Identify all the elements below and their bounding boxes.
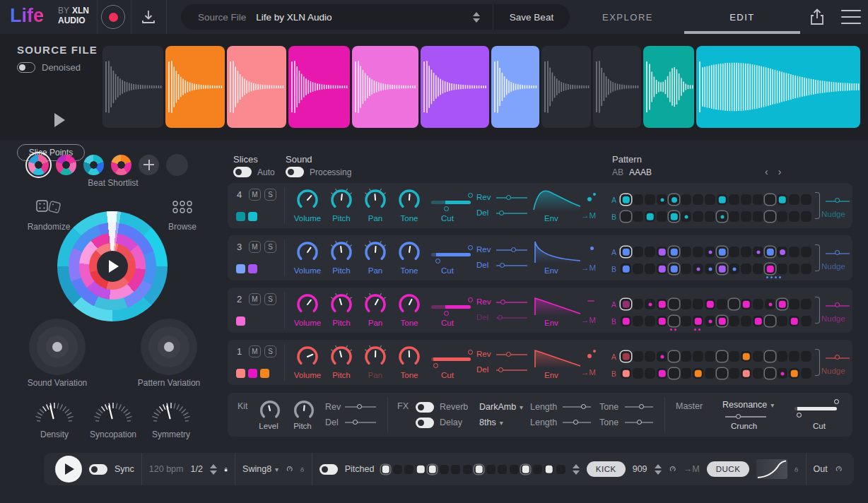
step-cell[interactable] — [753, 299, 763, 309]
waveform-slice-3[interactable] — [227, 46, 286, 128]
master-cut-slider[interactable] — [794, 407, 837, 410]
step-cell[interactable] — [669, 299, 679, 309]
source-file-selector[interactable]: Source File Life by XLN Audio Save Beat — [181, 4, 570, 30]
save-beat-button[interactable]: Save Beat — [493, 12, 570, 23]
menu-button[interactable] — [841, 10, 861, 24]
step-cell[interactable] — [463, 465, 472, 474]
volume-knob[interactable] — [293, 239, 322, 266]
step-cell[interactable] — [765, 316, 775, 326]
tone-knob[interactable] — [395, 343, 423, 370]
tone-knob[interactable] — [395, 187, 423, 213]
rev-send-slider[interactable] — [496, 249, 527, 251]
kit-spinner[interactable] — [655, 464, 662, 475]
step-cell[interactable] — [777, 351, 787, 362]
fx-length-slider-1[interactable] — [563, 406, 591, 408]
step-cell[interactable] — [777, 316, 787, 326]
step-cell[interactable] — [669, 368, 679, 379]
waveform-slice-8[interactable] — [541, 46, 591, 128]
cut-handle-low[interactable] — [444, 311, 449, 316]
step-cell[interactable] — [669, 351, 679, 362]
rate-value[interactable]: 1/2 — [190, 464, 202, 474]
swing-knob[interactable] — [286, 458, 293, 480]
cut-slider[interactable] — [431, 253, 471, 256]
master-cut-handle-low[interactable] — [797, 413, 802, 418]
cut-handle-high[interactable] — [468, 350, 473, 355]
step-cell[interactable] — [705, 264, 715, 274]
step-cell[interactable] — [498, 465, 507, 474]
cut-handle-low[interactable] — [435, 259, 440, 264]
out-knob[interactable] — [835, 458, 843, 480]
shortlist-beat-3[interactable] — [83, 155, 104, 175]
volume-knob[interactable] — [293, 187, 322, 213]
reverb-toggle[interactable] — [416, 402, 434, 413]
step-cell[interactable] — [705, 368, 715, 379]
master-cut-handle-high[interactable] — [834, 399, 839, 404]
step-cell[interactable] — [657, 299, 667, 309]
del-send-slider[interactable] — [496, 265, 527, 266]
step-cell[interactable] — [801, 368, 811, 379]
fx-length-slider-2[interactable] — [563, 422, 591, 423]
step-cell[interactable] — [669, 194, 679, 205]
step-cell[interactable] — [729, 368, 739, 379]
nudge-handle[interactable] — [835, 355, 840, 360]
step-cell[interactable] — [621, 194, 631, 205]
download-button[interactable] — [140, 8, 157, 25]
rev-send-handle[interactable] — [511, 247, 516, 252]
duck-curve-display[interactable] — [756, 459, 787, 479]
solo-button[interactable]: S — [264, 241, 276, 253]
crunch-slider-handle[interactable] — [736, 414, 741, 419]
step-cell[interactable] — [789, 316, 799, 326]
step-cell[interactable] — [801, 194, 811, 205]
step-cell[interactable] — [633, 194, 643, 205]
kit-number[interactable]: 909 — [633, 464, 647, 474]
step-cell[interactable] — [717, 299, 727, 309]
shortlist-empty-slot[interactable] — [166, 154, 188, 176]
step-cell[interactable] — [681, 368, 691, 379]
step-cell[interactable] — [729, 299, 739, 309]
step-cell[interactable] — [717, 247, 727, 257]
step-cell[interactable] — [741, 351, 751, 362]
mute-button[interactable]: M — [249, 241, 261, 253]
pattern-variation-handle[interactable] — [164, 342, 174, 352]
tone-knob[interactable] — [395, 239, 423, 266]
solo-button[interactable]: S — [264, 189, 276, 201]
step-cell[interactable] — [693, 299, 703, 309]
density-dial[interactable]: Density — [29, 396, 80, 439]
step-cell[interactable] — [741, 299, 751, 309]
waveform-slice-11[interactable] — [696, 46, 860, 128]
step-cell[interactable] — [705, 316, 715, 326]
cut-handle-low[interactable] — [444, 206, 449, 211]
tone-knob[interactable] — [395, 291, 423, 318]
step-cell[interactable] — [801, 211, 811, 222]
kit-del-slider-handle[interactable] — [353, 420, 358, 425]
step-cell[interactable] — [729, 247, 739, 257]
export-button[interactable] — [808, 8, 826, 26]
step-cell[interactable] — [645, 368, 655, 379]
denoised-toggle[interactable] — [17, 62, 35, 73]
step-cell[interactable] — [789, 211, 799, 222]
tab-explore[interactable]: EXPLORE — [571, 0, 684, 34]
step-cell[interactable] — [645, 299, 655, 309]
step-cell[interactable] — [765, 247, 775, 257]
rev-send-handle[interactable] — [500, 300, 505, 304]
step-cell[interactable] — [717, 316, 727, 326]
step-cell[interactable] — [741, 194, 751, 205]
rate-spinner[interactable] — [210, 464, 217, 475]
cut-slider[interactable] — [431, 357, 471, 361]
delay-rate-select[interactable]: 8ths▾ — [479, 418, 503, 427]
step-cell[interactable] — [753, 368, 763, 379]
step-cell[interactable] — [765, 368, 775, 379]
duck-lock-icon-open[interactable] — [794, 463, 798, 475]
step-cell[interactable] — [693, 194, 703, 205]
step-cell[interactable] — [393, 465, 402, 474]
step-cell[interactable] — [705, 351, 715, 362]
pattern-prev-button[interactable]: ‹ — [765, 166, 778, 177]
step-cell[interactable] — [741, 316, 751, 326]
nudge-handle[interactable] — [835, 198, 840, 203]
source-file-spinner[interactable] — [473, 12, 480, 23]
beat-wheel[interactable] — [57, 211, 168, 321]
pattern-sequence-value[interactable]: AAAB — [629, 167, 652, 177]
step-cell[interactable] — [645, 194, 655, 205]
step-cell[interactable] — [621, 211, 631, 222]
step-cell[interactable] — [669, 316, 679, 326]
